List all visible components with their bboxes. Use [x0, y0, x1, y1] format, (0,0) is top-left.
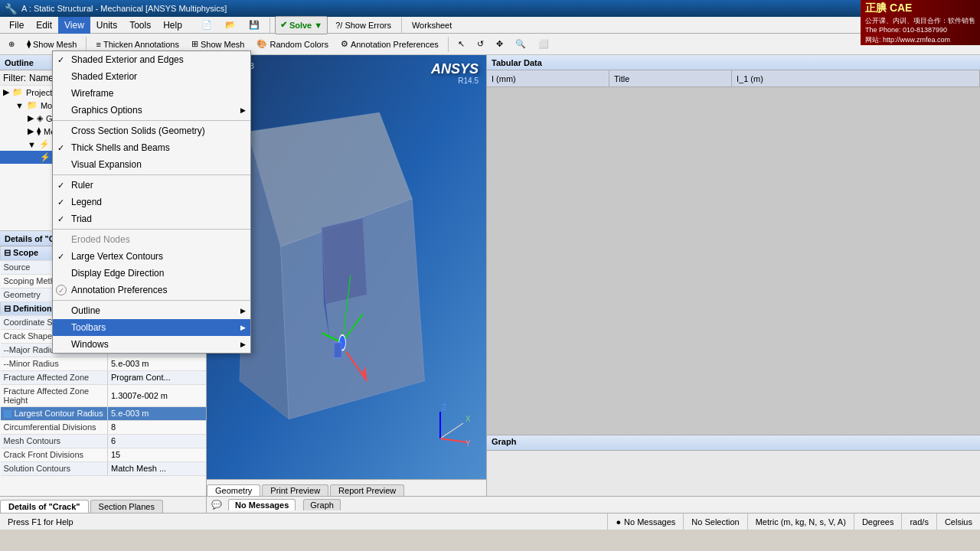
col-i: I (mm)	[487, 70, 609, 86]
geometry-icon: ◈	[37, 113, 43, 123]
dd-annotation-prefs[interactable]: ✓ Annotation Preferences	[53, 282, 250, 298]
select-btn[interactable]: ↖	[452, 35, 470, 54]
right-panel: Tabular Data I (mm) Title I_1 (m) Graph	[486, 55, 980, 496]
detail-row-mesh-contours: Mesh Contours 6	[1, 434, 207, 448]
messages-bar: 💬 No Messages Graph	[207, 496, 980, 513]
bottom-tabs: Details of "Crack" Section Planes	[0, 496, 206, 513]
tab-graph[interactable]: Graph	[303, 499, 341, 510]
sep2	[401, 18, 402, 33]
dd-cross-section[interactable]: Cross Section Solids (Geometry)	[53, 122, 250, 139]
viewport-tab-report[interactable]: Report Preview	[330, 484, 404, 496]
dd-triad[interactable]: Triad	[53, 210, 250, 227]
annotation-prefs-btn[interactable]: ⚙ Annotation Preferences	[335, 35, 444, 54]
dd-large-vertex[interactable]: Large Vertex Contours	[53, 248, 250, 265]
new-btn[interactable]: 📄	[196, 16, 217, 34]
dd-eroded-nodes[interactable]: Eroded Nodes	[53, 231, 250, 248]
solve-btn[interactable]: ✔ Solve ▼	[275, 16, 328, 34]
dd-sep3	[53, 229, 250, 230]
dd-ruler[interactable]: Ruler	[53, 177, 250, 194]
mesh-icon: ⧫	[37, 126, 41, 136]
worksheet-btn[interactable]: Worksheet	[407, 16, 457, 34]
fracture-icon: ⚡	[39, 139, 50, 149]
menu-file[interactable]: File	[3, 17, 30, 34]
center-area: 8/24 15:23 Crack ANSYS R14.5 Z Y X Geome…	[207, 55, 980, 513]
viewport-tabs: Geometry Print Preview Report Preview	[207, 479, 486, 496]
pan-btn[interactable]: ✥	[491, 35, 508, 54]
tab-messages[interactable]: No Messages	[228, 499, 296, 510]
viewport-tab-geometry[interactable]: Geometry	[207, 484, 260, 496]
logo-area: 正腆 CAE 公开课、内训、项目合作：软件销售 The Phone: 010-8…	[861, 0, 980, 45]
dd-toolbars[interactable]: Toolbars	[53, 319, 250, 336]
tab-section-planes[interactable]: Section Planes	[90, 500, 163, 513]
thicken-icon: ≡	[96, 40, 100, 49]
dd-display-edge[interactable]: Display Edge Direction	[53, 265, 250, 282]
titlebar: 🔧 A : Static Structural - Mechanical [AN…	[0, 0, 980, 17]
dd-graphics-options[interactable]: Graphics Options	[53, 102, 250, 119]
show-mesh-icon: ⧫	[27, 39, 31, 49]
dd-visual-expansion[interactable]: Visual Expansion	[53, 156, 250, 173]
filter-name-label: Name	[29, 73, 54, 83]
status-rads: rad/s	[902, 514, 936, 530]
viewport-tab-print[interactable]: Print Preview	[262, 484, 328, 496]
menubar: File Edit View Units Tools Help 📄 📂 💾 ✔ …	[0, 17, 980, 34]
status-help: Press F1 for Help	[0, 514, 608, 530]
dd-shaded-ext[interactable]: Shaded Exterior	[53, 68, 250, 85]
viewport-ansys-label: ANSYS	[431, 61, 479, 77]
messages-status-icon: ●	[616, 517, 621, 527]
menu-tools[interactable]: Tools	[123, 17, 157, 34]
logo-brand: 正腆 CAE	[865, 1, 975, 16]
status-degrees: Degrees	[854, 514, 903, 530]
tab-details-crack[interactable]: Details of "Crack"	[0, 500, 89, 513]
status-selection: No Selection	[684, 514, 747, 530]
random-colors-btn[interactable]: 🎨 Random Colors	[251, 35, 333, 54]
col-title: Title	[609, 70, 732, 86]
zoom-btn[interactable]: 🔍	[510, 35, 531, 54]
model-icon: 📁	[27, 100, 38, 110]
logo-line1: 公开课、内训、项目合作：软件销售	[865, 16, 975, 26]
open-btn[interactable]: 📂	[220, 16, 241, 34]
grid-icon: ⊞	[191, 39, 198, 49]
show-v-btn[interactable]: ⊕	[3, 35, 20, 54]
tabular-body	[487, 87, 980, 435]
col-i1: I_1 (m)	[732, 70, 980, 86]
menu-edit[interactable]: Edit	[30, 17, 58, 34]
logo-line3: 网站: http://www.zmfea.com	[865, 35, 975, 45]
dd-sep4	[53, 300, 250, 301]
dd-wireframe[interactable]: Wireframe	[53, 85, 250, 102]
dd-windows[interactable]: Windows	[53, 336, 250, 353]
tree-expand-icon2: ▼	[15, 101, 24, 110]
svg-marker-4	[322, 218, 367, 305]
tabular-header: Tabular Data	[487, 55, 980, 70]
sep4	[448, 37, 449, 52]
viewport-area: 8/24 15:23 Crack ANSYS R14.5 Z Y X Geome…	[207, 55, 980, 496]
tree-expand-icon: ▶	[3, 87, 9, 97]
detail-row-circ: Circumferential Divisions 8	[1, 420, 207, 434]
detail-row-largest-contour[interactable]: Largest Contour Radius 5.e-003 m	[1, 406, 207, 420]
palette-icon: 🎨	[256, 39, 267, 49]
graph-body	[487, 451, 980, 496]
svg-text:Z: Z	[442, 404, 446, 412]
dd-legend[interactable]: Legend	[53, 194, 250, 210]
dd-sep1	[53, 120, 250, 121]
menu-units[interactable]: Units	[90, 17, 123, 34]
svg-rect-12	[334, 343, 341, 358]
box-zoom-btn[interactable]: ⬜	[533, 35, 554, 54]
save-btn[interactable]: 💾	[243, 16, 265, 34]
svg-text:Y: Y	[466, 439, 471, 448]
detail-row-minor: --Minor Radius 5.e-003 m	[1, 357, 207, 370]
svg-line-13	[440, 423, 463, 439]
dropdown-menu: Shaded Exterior and Edges Shaded Exterio…	[52, 51, 251, 354]
menu-view[interactable]: View	[58, 17, 90, 34]
detail-row-solution-contours: Solution Contours Match Mesh ...	[1, 461, 207, 475]
menu-help[interactable]: Help	[157, 17, 188, 34]
status-units: Metric (m, kg, N, s, V, A)	[748, 514, 854, 530]
tree-expand-icon3: ▶	[28, 113, 34, 123]
dd-sep2	[53, 174, 250, 175]
show-errors-btn[interactable]: ?/ Show Errors	[330, 16, 397, 34]
dd-thick-shells[interactable]: Thick Shells and Beams	[53, 139, 250, 156]
rotate-btn[interactable]: ↺	[472, 35, 489, 54]
dd-shaded-ext-edges[interactable]: Shaded Exterior and Edges	[53, 51, 250, 68]
dd-outline[interactable]: Outline	[53, 302, 250, 319]
sep1	[270, 18, 270, 33]
circle-check-icon: ✓	[56, 285, 67, 295]
